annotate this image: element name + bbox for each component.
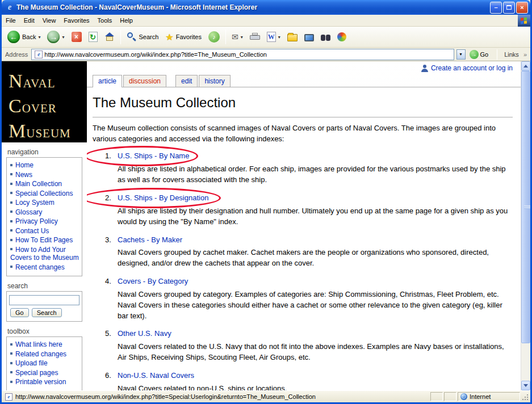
toolbox-link-what-links-here[interactable]: What links here [15,340,62,348]
address-input[interactable] [44,51,452,58]
bullet-icon [10,362,12,364]
tab-edit[interactable]: edit [175,75,198,87]
sidebar-link-glossary[interactable]: Glossary [15,208,42,216]
menu-tools[interactable]: Tools [94,15,116,26]
sidebar-link-privacy-policy[interactable]: Privacy Policy [15,217,58,225]
link-covers-by-category[interactable]: Covers - By Category [118,277,188,285]
stop-icon: × [72,32,82,42]
article-body: The Museum Collection The Museum collect… [87,87,521,390]
scrollbar-track[interactable] [521,71,530,381]
sidebar-item-home: Home [10,161,81,170]
scroll-up-button[interactable] [521,61,530,71]
search-go-button[interactable]: Go [10,308,29,317]
search-input[interactable] [9,295,79,305]
bullet-icon [10,164,12,166]
sidebar-link-main-collection[interactable]: Main Collection [15,180,62,188]
sidebar-link-how-to-add[interactable]: How to Add Your Covers to the Museum [10,246,79,262]
toolbox-item-upload-file: Upload file [10,359,81,368]
login-link[interactable]: Create an account or log in [431,64,513,72]
bullet-icon [10,371,12,373]
links-label[interactable]: Links [502,51,521,58]
menu-view[interactable]: View [39,15,60,26]
link-cachets-by-maker[interactable]: Cachets - By Maker [118,235,182,244]
address-separator [497,49,497,60]
toolbox-link-printable-version[interactable]: Printable version [15,378,66,386]
close-button[interactable]: × [516,2,528,14]
link-ships-by-name[interactable]: U.S. Ships - By Name [118,152,189,160]
link-non-us-naval-covers[interactable]: Non-U.S. Naval Covers [118,371,194,380]
sidebar-link-home[interactable]: Home [15,161,33,169]
go-arrow-icon: → [470,50,479,59]
menu-favorites[interactable]: Favorites [60,15,93,26]
menu-edit[interactable]: Edit [20,15,39,26]
status-bar: e http://www.navalcovermuseum.org/wiki/i… [2,390,530,402]
forward-button[interactable]: → ▾ [44,28,68,45]
messenger-button[interactable] [301,31,317,44]
research-button[interactable] [317,31,334,43]
mail-button[interactable]: ✉ ▾ [228,30,246,44]
back-button[interactable]: ← Back ▾ [4,28,44,45]
search-label: Search [139,33,159,40]
link-ships-by-designation[interactable]: U.S. Ships - By Designation [118,193,208,202]
page-icon: e [35,51,43,58]
sidebar-item-glossary: Glossary [10,208,81,217]
mail-dropdown-icon: ▾ [241,35,243,40]
sidebar-link-special-collections[interactable]: Special Collections [15,190,73,197]
discuss-button[interactable] [284,30,301,44]
scroll-down-button[interactable] [521,381,530,390]
sidebar-link-recent-changes[interactable]: Recent changes [15,263,65,271]
home-button[interactable] [101,30,118,44]
links-chevron-icon[interactable]: » [523,51,528,58]
logo-line-1: NAVAL [9,70,87,95]
go-button[interactable]: → Go [468,49,493,60]
address-label: Address [4,51,29,58]
menu-help[interactable]: Help [116,15,137,26]
window-title: The Museum Collection - NavalCoverMuseum… [16,3,489,11]
minimize-button[interactable]: – [490,2,502,14]
toolbar-separator [225,30,226,44]
toolbox-link-upload-file[interactable]: Upload file [15,359,48,367]
logo-line-2: COVER [9,95,87,120]
sidebar-item-main-collection: Main Collection [10,179,81,189]
search-icon [127,32,137,42]
media-button[interactable]: ♪ [205,29,223,45]
page-tabs: article discussion edit history [87,75,521,87]
address-bar: Address e ▾ → Go Links » [2,48,530,61]
bullet-icon [10,192,12,194]
link-other-us-navy[interactable]: Other U.S. Navy [118,329,171,338]
scroll-up-icon [523,65,528,68]
toolbox-link-special-pages[interactable]: Special pages [15,369,58,377]
scrollbar-thumb[interactable] [521,71,530,343]
word-icon: W [267,32,276,42]
tab-history[interactable]: history [199,75,230,87]
go-label: Go [480,51,489,58]
tab-article[interactable]: article [93,75,122,87]
bullet-icon [10,229,12,232]
site-logo[interactable]: NAVAL COVER MUSEUM [2,61,87,142]
resize-grip[interactable] [521,392,529,401]
msn-icon [337,32,346,41]
tab-discussion[interactable]: discussion [123,75,166,87]
back-dropdown-icon: ▾ [38,35,40,40]
bullet-icon [10,352,12,355]
address-dropdown-button[interactable]: ▾ [456,49,466,60]
toolbox-link-related-changes[interactable]: Related changes [15,350,66,358]
sidebar-link-how-to-edit[interactable]: How To Edit Pages [15,236,73,244]
menu-file[interactable]: File [2,15,20,26]
sidebar-link-locy-system[interactable]: Locy System [15,199,55,207]
print-button[interactable] [246,31,263,43]
sidebar-link-news[interactable]: News [15,171,32,179]
media-icon: ♪ [208,31,220,43]
favorites-button[interactable]: ★ Favorites [162,30,205,45]
thumb-grip [524,205,530,209]
maximize-button[interactable] [503,2,515,14]
search-search-button[interactable]: Search [32,308,62,317]
msn-button[interactable] [334,30,350,44]
stop-button[interactable]: × [68,30,85,44]
sidebar-item-news: News [10,170,81,180]
index-item-1: 1.U.S. Ships - By Name All ships are lis… [93,151,513,186]
sidebar-link-contact-us[interactable]: Contact Us [15,227,49,235]
edit-in-word-button[interactable]: W ▾ [263,30,284,44]
refresh-button[interactable]: ↻ [85,30,101,44]
search-button[interactable]: Search [123,30,162,44]
